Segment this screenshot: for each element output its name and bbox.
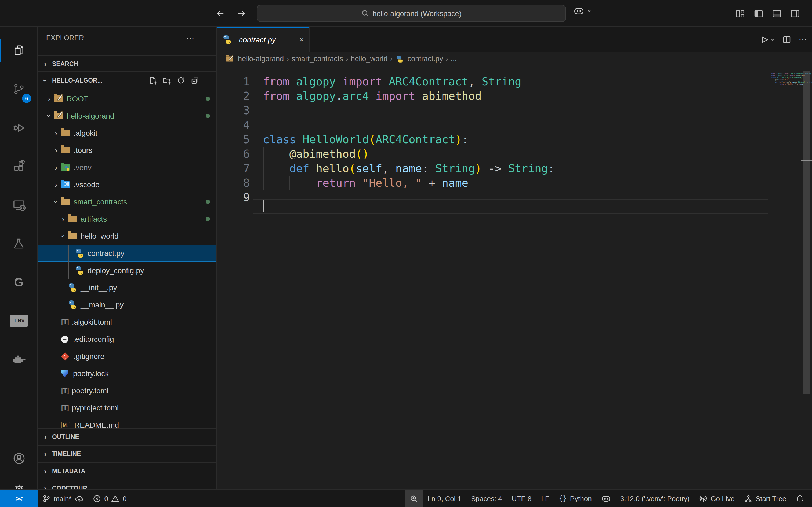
line-number-8[interactable]: 8 xyxy=(217,176,250,190)
line-number-9[interactable]: 9 xyxy=(217,190,250,205)
chevron-right-icon[interactable]: › xyxy=(52,181,61,188)
command-center-search[interactable]: hello-algorand (Workspace) xyxy=(257,5,566,22)
tree-item--tours[interactable]: ›.tours xyxy=(38,142,216,159)
tree-item-artifacts[interactable]: ›artifacts xyxy=(38,210,216,227)
toggle-primary-sidebar-icon[interactable] xyxy=(754,9,763,18)
testing-activity-icon[interactable] xyxy=(0,224,38,263)
vertical-scrollbar[interactable] xyxy=(801,65,812,489)
chevron-right-icon[interactable]: › xyxy=(52,147,61,154)
line-number-7[interactable]: 7 xyxy=(217,161,250,176)
tree-item-label: hello-algorand xyxy=(66,112,114,120)
chevron-right-icon[interactable]: › xyxy=(58,215,68,223)
line-number-3[interactable]: 3 xyxy=(217,103,250,118)
chevron-down-icon[interactable] xyxy=(770,37,775,42)
status-zoom-indicator[interactable] xyxy=(405,490,423,507)
tree-item-root[interactable]: ›ROOT xyxy=(38,90,216,107)
line-number-2[interactable]: 2 xyxy=(217,89,250,103)
status-python-interpreter[interactable]: 3.12.0 ('.venv': Poetry) xyxy=(615,490,695,507)
customize-layout-icon[interactable] xyxy=(736,9,745,18)
tree-item--vscode[interactable]: ›.vscode xyxy=(38,176,216,193)
status-copilot[interactable] xyxy=(597,490,615,507)
metadata-section-header[interactable]: ›METADATA xyxy=(38,462,216,478)
tree-item--venv[interactable]: ›.venv xyxy=(38,159,216,176)
breadcrumb-item-hello-algorand[interactable]: hello-algorand xyxy=(225,55,284,63)
code-editor[interactable]: 123456789 from algopy import ARC4Contrac… xyxy=(217,65,812,489)
git-branch-item[interactable]: main* xyxy=(38,490,88,507)
forward-arrow-icon[interactable] xyxy=(235,7,248,20)
problems-item[interactable]: 0 0 xyxy=(88,490,132,507)
tab-contract-py[interactable]: contract.py × xyxy=(217,27,310,52)
source-control-activity-icon[interactable]: 6 xyxy=(0,70,38,108)
scrollbar-slider[interactable] xyxy=(803,71,810,394)
editor-more-actions-icon[interactable]: ⋯ xyxy=(799,34,808,45)
status-notifications[interactable] xyxy=(791,490,809,507)
new-file-icon[interactable] xyxy=(149,76,157,85)
tree-item--algokit[interactable]: ›.algokit xyxy=(38,124,216,142)
tree-item-readme-md[interactable]: M↓README.md xyxy=(38,416,216,428)
chevron-right-icon[interactable]: › xyxy=(52,164,61,171)
status-eol[interactable]: LF xyxy=(537,490,554,507)
line-number-5[interactable]: 5 xyxy=(217,132,250,147)
new-folder-icon[interactable] xyxy=(163,76,171,85)
tree-item-pyproject-toml[interactable]: [T]pyproject.toml xyxy=(38,399,216,416)
split-editor-icon[interactable] xyxy=(782,35,791,44)
explorer-activity-icon[interactable] xyxy=(0,31,38,70)
chevron-down-icon[interactable]: › xyxy=(59,231,67,241)
chevron-down-icon[interactable]: › xyxy=(52,197,60,206)
toggle-secondary-sidebar-icon[interactable] xyxy=(791,9,800,18)
search-section-header[interactable]: › SEARCH xyxy=(38,55,216,71)
collapse-all-icon[interactable] xyxy=(191,76,199,85)
remote-indicator[interactable]: >< xyxy=(0,490,38,507)
dotenv-activity-icon[interactable]: .ENV xyxy=(0,301,38,340)
tree-item-deploy-config-py[interactable]: deploy_config.py xyxy=(38,262,216,279)
codetour-section-header[interactable]: ›CODETOUR xyxy=(38,480,216,489)
toggle-panel-icon[interactable] xyxy=(772,9,781,18)
tree-item-poetry-toml[interactable]: [T]poetry.toml xyxy=(38,382,216,399)
tree-item--editorconfig[interactable]: .editorconfig xyxy=(38,331,216,348)
line-number-1[interactable]: 1 xyxy=(217,74,250,89)
docker-activity-icon[interactable] xyxy=(0,340,38,379)
close-tab-icon[interactable]: × xyxy=(299,36,304,44)
run-debug-activity-icon[interactable] xyxy=(0,108,38,147)
back-arrow-icon[interactable] xyxy=(214,7,226,20)
breadcrumb-item-hello-world[interactable]: hello_world xyxy=(351,55,388,63)
outline-section-header[interactable]: ›OUTLINE xyxy=(38,428,216,444)
chevron-right-icon[interactable]: › xyxy=(52,129,61,137)
overview-ruler-cursor-mark xyxy=(801,160,812,162)
tree-item-smart-contracts[interactable]: ›smart_contracts xyxy=(38,193,216,210)
breadcrumb-item-smart-contracts[interactable]: smart_contracts xyxy=(292,55,343,63)
breadcrumb-item-contract-py[interactable]: contract.py xyxy=(395,54,443,63)
gitlens-activity-icon[interactable]: G xyxy=(0,263,38,301)
status-encoding[interactable]: UTF-8 xyxy=(507,490,537,507)
tree-item-hello-world[interactable]: ›hello_world xyxy=(38,227,216,245)
tree-item-hello-algorand[interactable]: ›hello-algorand xyxy=(38,107,216,124)
status-indentation[interactable]: Spaces: 4 xyxy=(466,490,507,507)
line-number-4[interactable]: 4 xyxy=(217,118,250,132)
tree-item--main-py[interactable]: __main__.py xyxy=(38,296,216,313)
status-language-mode[interactable]: {}Python xyxy=(554,490,597,507)
breadcrumb-item--[interactable]: ... xyxy=(451,55,457,63)
status-go-live[interactable]: Go Live xyxy=(694,490,740,507)
refresh-icon[interactable] xyxy=(177,76,185,85)
tree-item-label: poetry.toml xyxy=(72,386,108,395)
status-start-tree[interactable]: Start Tree xyxy=(740,490,791,507)
workspace-section-header[interactable]: › HELLO-ALGOR... xyxy=(38,71,216,89)
tree-item-poetry-lock[interactable]: poetry.lock xyxy=(38,365,216,382)
run-python-file-icon[interactable] xyxy=(760,35,775,44)
remote-explorer-activity-icon[interactable] xyxy=(0,186,38,224)
copilot-menu[interactable] xyxy=(573,6,592,15)
chevron-right-icon[interactable]: › xyxy=(45,95,54,103)
tree-item--gitignore[interactable]: .gitignore xyxy=(38,348,216,365)
tree-item--init-py[interactable]: __init__.py xyxy=(38,279,216,296)
explorer-more-actions-icon[interactable]: ⋯ xyxy=(186,33,195,43)
chevron-down-icon[interactable]: › xyxy=(45,111,53,120)
minimap[interactable]: from algopy import ARC4Contract, Stringf… xyxy=(768,65,801,489)
line-numbers-gutter[interactable]: 123456789 xyxy=(217,74,250,205)
python-icon xyxy=(68,300,77,309)
tree-item-contract-py[interactable]: contract.py xyxy=(38,245,216,262)
extensions-activity-icon[interactable] xyxy=(0,147,38,186)
status-cursor-position[interactable]: Ln 9, Col 1 xyxy=(423,490,466,507)
line-number-6[interactable]: 6 xyxy=(217,147,250,161)
tree-item--algokit-toml[interactable]: [T].algokit.toml xyxy=(38,313,216,331)
timeline-section-header[interactable]: ›TIMELINE xyxy=(38,445,216,461)
